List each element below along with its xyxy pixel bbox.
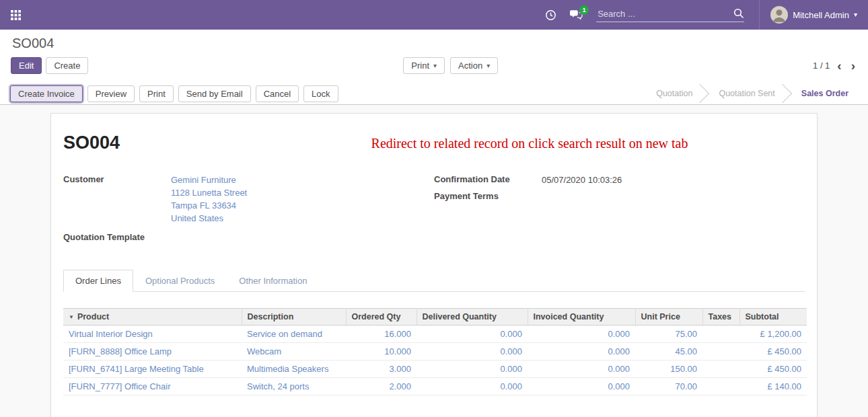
cell-subtotal[interactable]: £ 450.00 [739, 361, 807, 378]
control-panel: SO004 Edit Create Print ▾ Action ▾ 1 / 1… [0, 30, 868, 83]
cell-ordered-qty[interactable]: 2.000 [346, 378, 417, 395]
send-by-email-button[interactable]: Send by Email [178, 85, 251, 102]
quotation-template-label: Quotation Template [63, 231, 171, 242]
col-header-invoiced-qty[interactable]: Invoiced Quantity [528, 309, 635, 326]
cell-unit-price[interactable]: 150.00 [635, 361, 702, 378]
create-button[interactable]: Create [46, 57, 88, 74]
lock-button[interactable]: Lock [303, 85, 338, 102]
pager-value[interactable]: 1 / 1 [813, 61, 830, 71]
customer-label: Customer [63, 174, 171, 225]
annotation-text: Redirect to related record on click sear… [120, 132, 805, 151]
table-header-row: ▼Product Description Ordered Qty Deliver… [63, 309, 807, 326]
messages-icon[interactable]: 1 [570, 9, 583, 21]
table-row[interactable]: Virtual Interior Design Service on deman… [63, 326, 807, 343]
cell-delivered-qty[interactable]: 0.000 [417, 378, 528, 395]
customer-link[interactable]: Gemini Furniture [171, 174, 434, 186]
cell-delivered-qty[interactable]: 0.000 [417, 326, 528, 343]
cell-product[interactable]: [FURN_7777] Office Chair [63, 378, 242, 395]
user-menu[interactable]: Mitchell Admin ▾ [759, 0, 857, 30]
notebook-tabs: Order Lines Optional Products Other Info… [63, 269, 805, 292]
cell-invoiced-qty[interactable]: 0.000 [528, 343, 635, 361]
search-icon[interactable] [733, 8, 744, 19]
cell-taxes[interactable] [702, 326, 739, 343]
col-header-subtotal[interactable]: Subtotal [739, 309, 807, 326]
preview-button[interactable]: Preview [87, 85, 135, 102]
pager: 1 / 1 ‹ › [813, 59, 857, 72]
cell-description[interactable]: Multimedia Speakers [242, 361, 346, 378]
cell-invoiced-qty[interactable]: 0.000 [528, 326, 635, 343]
status-steps: Quotation Quotation Sent Sales Order [640, 83, 868, 105]
pager-next-icon[interactable]: › [849, 59, 857, 72]
content-area: SO004 Redirect to related record on clic… [0, 105, 868, 417]
left-field-group: Customer Gemini Furniture 1128 Lunetta S… [63, 174, 434, 246]
cell-ordered-qty[interactable]: 16.000 [346, 326, 417, 343]
pager-previous-icon[interactable]: ‹ [835, 59, 843, 72]
col-header-delivered-qty[interactable]: Delivered Quantity [417, 309, 528, 326]
cell-product[interactable]: [FURN_6741] Large Meeting Table [63, 361, 242, 378]
cell-description[interactable]: Webcam [242, 343, 346, 361]
table-row[interactable]: [FURN_6741] Large Meeting Table Multimed… [63, 361, 807, 378]
cp-center-buttons: Print ▾ Action ▾ [88, 57, 813, 74]
col-header-product-label: Product [77, 312, 109, 321]
status-step-sales-order[interactable]: Sales Order [785, 83, 859, 105]
cell-ordered-qty[interactable]: 3.000 [346, 361, 417, 378]
table-row[interactable]: [FURN_7777] Office Chair Switch, 24 port… [63, 378, 807, 395]
action-menu-button[interactable]: Action ▾ [450, 57, 498, 74]
cell-subtotal[interactable]: £ 140.00 [739, 378, 807, 395]
tab-other-information[interactable]: Other Information [227, 270, 319, 292]
create-invoice-button[interactable]: Create Invoice [10, 85, 83, 102]
table-row[interactable]: [FURN_8888] Office Lamp Webcam 10.000 0.… [63, 343, 807, 361]
customer-address-line[interactable]: United States [171, 212, 434, 225]
cell-ordered-qty[interactable]: 10.000 [346, 343, 417, 361]
order-lines-table: ▼Product Description Ordered Qty Deliver… [63, 308, 807, 395]
avatar [770, 6, 788, 24]
status-step-quotation[interactable]: Quotation [640, 83, 702, 105]
chevron-down-icon: ▾ [854, 11, 857, 18]
cell-description[interactable]: Service on demand [242, 326, 346, 343]
quotation-template-value [171, 231, 434, 242]
customer-address-line[interactable]: 1128 Lunetta Street [171, 186, 434, 199]
cell-invoiced-qty[interactable]: 0.000 [528, 378, 635, 395]
print-menu-button[interactable]: Print ▾ [403, 57, 445, 74]
sort-caret-icon: ▼ [69, 314, 74, 320]
cell-product[interactable]: [FURN_8888] Office Lamp [63, 343, 242, 361]
print-menu-label: Print [411, 61, 429, 71]
field-groups: Customer Gemini Furniture 1128 Lunetta S… [63, 174, 805, 246]
cell-subtotal[interactable]: £ 1,200.00 [739, 326, 807, 343]
cell-unit-price[interactable]: 70.00 [635, 378, 702, 395]
cell-taxes[interactable] [702, 378, 739, 395]
right-field-group: Confirmation Date 05/07/2020 10:03:26 Pa… [434, 174, 805, 246]
print-button[interactable]: Print [139, 85, 174, 102]
cell-description[interactable]: Switch, 24 ports [242, 378, 346, 395]
apps-menu-icon[interactable] [8, 7, 23, 22]
cell-delivered-qty[interactable]: 0.000 [417, 343, 528, 361]
payment-terms-label: Payment Terms [434, 190, 542, 201]
cell-invoiced-qty[interactable]: 0.000 [528, 361, 635, 378]
edit-button[interactable]: Edit [11, 57, 42, 74]
cell-product[interactable]: Virtual Interior Design [63, 326, 242, 343]
search-input[interactable] [596, 8, 733, 20]
payment-terms-value [542, 190, 805, 201]
confirmation-date-value: 05/07/2020 10:03:26 [542, 174, 805, 186]
cell-taxes[interactable] [702, 361, 739, 378]
confirmation-date-label: Confirmation Date [434, 174, 542, 186]
col-header-product[interactable]: ▼Product [63, 309, 242, 326]
customer-value: Gemini Furniture 1128 Lunetta Street Tam… [171, 174, 434, 225]
cell-delivered-qty[interactable]: 0.000 [417, 361, 528, 378]
tab-optional-products[interactable]: Optional Products [133, 270, 227, 292]
cancel-button[interactable]: Cancel [256, 85, 299, 102]
cell-unit-price[interactable]: 75.00 [635, 326, 702, 343]
col-header-ordered-qty[interactable]: Ordered Qty [346, 309, 417, 326]
col-header-description[interactable]: Description [242, 309, 346, 326]
cell-subtotal[interactable]: £ 450.00 [739, 343, 807, 361]
action-menu-label: Action [458, 61, 482, 71]
tab-order-lines[interactable]: Order Lines [63, 270, 133, 292]
activities-clock-icon[interactable] [545, 9, 556, 21]
cell-unit-price[interactable]: 45.00 [635, 343, 702, 361]
customer-address-line[interactable]: Tampa FL 33634 [171, 199, 434, 212]
status-step-quotation-sent[interactable]: Quotation Sent [702, 83, 785, 105]
chevron-down-icon: ▾ [433, 63, 437, 69]
col-header-unit-price[interactable]: Unit Price [635, 309, 702, 326]
cell-taxes[interactable] [702, 343, 739, 361]
col-header-taxes[interactable]: Taxes [702, 309, 739, 326]
